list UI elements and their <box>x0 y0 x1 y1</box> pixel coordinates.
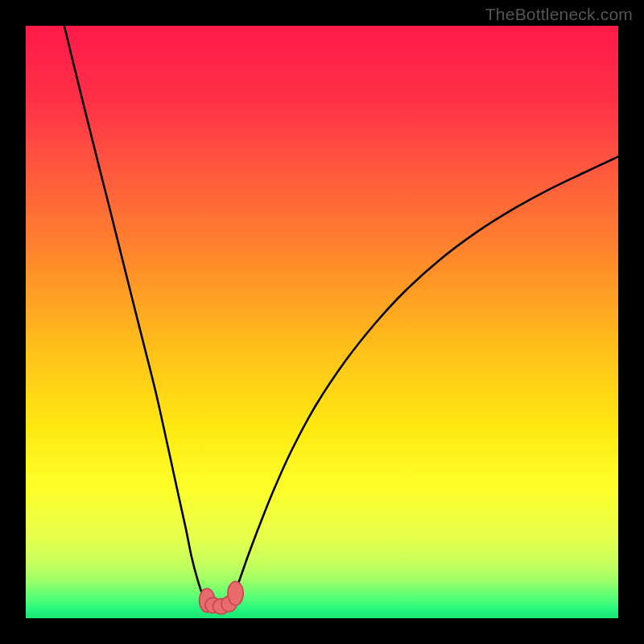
plot-area <box>26 26 618 618</box>
bottleneck-curve <box>64 26 618 607</box>
trough-markers <box>200 581 243 613</box>
curve-layer <box>26 26 618 618</box>
watermark-text: TheBottleneck.com <box>485 5 633 24</box>
chart-frame: TheBottleneck.com <box>0 0 644 644</box>
trough-marker <box>228 581 243 605</box>
